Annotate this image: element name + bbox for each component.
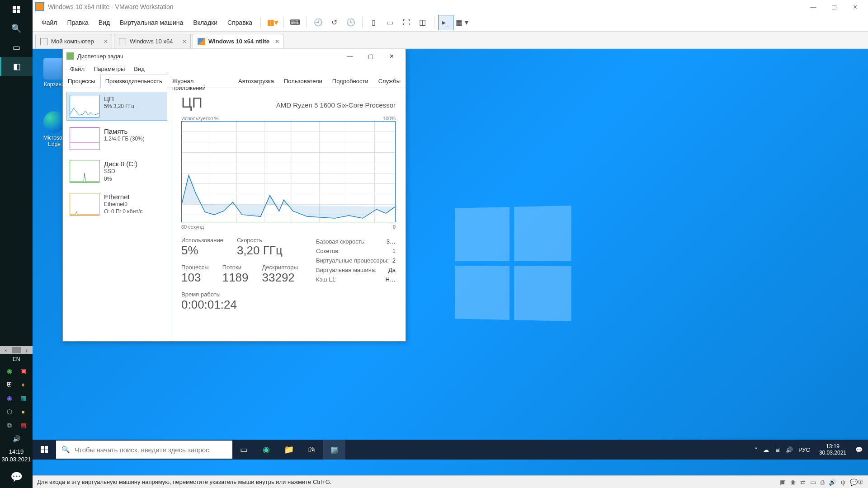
tm-side-memory[interactable]: Память1,2/4,0 ГБ (30%) bbox=[66, 124, 167, 153]
guest-store-icon[interactable]: 🛍 bbox=[300, 440, 323, 460]
toolbar-snapshot-icon[interactable]: 🕘 bbox=[311, 15, 326, 30]
host-clock[interactable]: 14:19 30.03.2021 bbox=[0, 446, 33, 466]
menu-view[interactable]: Вид bbox=[94, 16, 114, 29]
chart-xright: 0 bbox=[393, 224, 396, 230]
guest-language-indicator[interactable]: РУС bbox=[798, 446, 810, 453]
tray-chevron-up-icon[interactable]: ˄ bbox=[755, 446, 758, 453]
tm-menu-file[interactable]: Файл bbox=[66, 65, 88, 73]
tray-volume-icon[interactable]: 🔊 bbox=[786, 446, 793, 453]
host-start-button[interactable] bbox=[0, 0, 33, 19]
toolbar-manage-snapshots-icon[interactable]: 🕑 bbox=[343, 15, 359, 30]
tray-red-icon[interactable]: ▤ bbox=[18, 420, 28, 430]
task-manager-titlebar[interactable]: Диспетчер задач — ▢ ✕ bbox=[63, 49, 406, 63]
tm-tab-details[interactable]: Подробности bbox=[327, 75, 373, 88]
tm-menu-view[interactable]: Вид bbox=[130, 65, 148, 73]
menu-vm[interactable]: Виртуальная машина bbox=[115, 16, 188, 29]
menu-edit[interactable]: Правка bbox=[62, 16, 93, 29]
menu-help[interactable]: Справка bbox=[223, 16, 257, 29]
host-language-indicator[interactable]: EN bbox=[0, 354, 33, 364]
tm-maximize-button[interactable]: ▢ bbox=[360, 49, 381, 63]
tm-tab-services[interactable]: Службы bbox=[373, 75, 406, 88]
tray-volume-icon[interactable]: 🔊 bbox=[11, 434, 21, 444]
guest-taskview-icon[interactable]: ▭ bbox=[232, 440, 255, 460]
tray-monitor-icon[interactable]: ▦ bbox=[18, 393, 28, 403]
guest-clock[interactable]: 13:19 30.03.2021 bbox=[816, 443, 850, 456]
tray-utorrent-icon[interactable]: ◉ bbox=[5, 366, 14, 376]
guest-start-button[interactable] bbox=[33, 440, 56, 460]
ethernet-mini-graph bbox=[70, 193, 99, 216]
host-vmware-task-icon[interactable]: ◧ bbox=[0, 57, 33, 76]
tab-label: Мой компьютер bbox=[51, 38, 94, 45]
tray-shield-icon[interactable]: ⬡ bbox=[5, 407, 14, 417]
host-taskview-icon[interactable]: ▭ bbox=[0, 38, 33, 57]
status-usb-icon[interactable]: ψ bbox=[841, 479, 845, 486]
window-minimize-button[interactable]: — bbox=[803, 0, 824, 14]
window-close-button[interactable]: ✕ bbox=[844, 0, 865, 14]
guest-taskbar: 🔍Чтобы начать поиск, введите здесь запро… bbox=[33, 440, 868, 460]
tray-onedrive-icon[interactable]: ☁ bbox=[763, 446, 769, 453]
tray-viber-icon[interactable]: ◉ bbox=[5, 393, 14, 403]
menu-file[interactable]: Файл bbox=[37, 16, 61, 29]
tm-side-cpu[interactable]: ЦП5% 3,20 ГГц bbox=[66, 92, 167, 121]
guest-edge-icon[interactable]: ◉ bbox=[255, 440, 278, 460]
tm-tab-users[interactable]: Пользователи bbox=[279, 75, 327, 88]
kv-key: Кэш L1: bbox=[316, 276, 337, 283]
tm-close-button[interactable]: ✕ bbox=[381, 49, 402, 63]
tm-tab-performance[interactable]: Производительность bbox=[100, 75, 167, 88]
guest-taskmanager-icon[interactable]: ▦ bbox=[323, 440, 345, 460]
menu-tabs[interactable]: Вкладки bbox=[189, 16, 222, 29]
toolbar-revert-icon[interactable]: ↺ bbox=[327, 15, 342, 30]
guest-search-box[interactable]: 🔍Чтобы начать поиск, введите здесь запро… bbox=[56, 441, 232, 459]
vmware-tab-win10ntlite[interactable]: Windows 10 x64 ntlite✕ bbox=[193, 34, 283, 48]
guest-explorer-icon[interactable]: 📁 bbox=[278, 440, 300, 460]
tm-menu-options[interactable]: Параметры bbox=[90, 65, 128, 73]
vmware-tab-win10[interactable]: Windows 10 x64✕ bbox=[114, 34, 191, 48]
host-search-icon[interactable]: 🔍 bbox=[0, 19, 33, 38]
host-taskbar-scroll[interactable]: ‹› bbox=[0, 346, 33, 354]
tray-app-icon[interactable]: ▣ bbox=[18, 366, 28, 376]
tm-side-ethernet[interactable]: EthernetEthernet0О: 0 П: 0 кбит/с bbox=[66, 190, 167, 219]
tm-side-disk[interactable]: Диск 0 (C:)SSD0% bbox=[66, 157, 167, 186]
guest-notifications-icon[interactable]: 💬 bbox=[855, 446, 863, 453]
toolbar-send-ctrlaltdel-icon[interactable]: ⌨ bbox=[288, 15, 303, 30]
chart-xleft: 60 секунд bbox=[181, 224, 204, 230]
status-message-icon[interactable]: 💬① bbox=[850, 479, 863, 486]
tab-close-icon[interactable]: ✕ bbox=[275, 38, 279, 45]
vmware-tab-mycomputer[interactable]: Мой компьютер✕ bbox=[35, 34, 112, 48]
side-sub: О: 0 П: 0 кбит/с bbox=[104, 208, 142, 216]
tab-close-icon[interactable]: ✕ bbox=[104, 38, 108, 45]
tray-network-icon[interactable]: 🖥 bbox=[774, 446, 780, 453]
vm-guest-display[interactable]: Корзина Microsoft Edge Диспетчер задач —… bbox=[33, 49, 868, 475]
status-cd-icon[interactable]: ◉ bbox=[790, 479, 796, 486]
host-notifications-icon[interactable]: 💬 bbox=[0, 466, 33, 488]
status-sound-icon[interactable]: 🔊 bbox=[829, 479, 836, 486]
window-maximize-button[interactable]: ▢ bbox=[824, 0, 844, 14]
status-printer-icon[interactable]: ⎙ bbox=[821, 479, 824, 486]
tray-coin-icon[interactable]: ● bbox=[18, 407, 28, 417]
status-display-icon[interactable]: ▭ bbox=[810, 479, 816, 486]
toolbar-unity-icon[interactable]: ◫ bbox=[415, 15, 430, 30]
tray-copy-icon[interactable]: ⧉ bbox=[5, 420, 14, 430]
tab-home-icon bbox=[40, 38, 47, 45]
tray-defender-icon[interactable]: ⛨ bbox=[5, 380, 14, 389]
status-net-icon[interactable]: ⇄ bbox=[800, 479, 806, 486]
vmware-title-text: Windows 10 x64 ntlite - VMware Workstati… bbox=[48, 3, 174, 10]
tm-tab-processes[interactable]: Процессы bbox=[63, 75, 100, 88]
toolbar-layout2-icon[interactable]: ▭ bbox=[382, 15, 398, 30]
tm-minimize-button[interactable]: — bbox=[340, 49, 360, 63]
toolbar-fullscreen-icon[interactable]: ⛶ bbox=[399, 15, 414, 30]
toolbar-stretch-icon[interactable]: ▦ ▾ bbox=[454, 15, 470, 30]
tm-tab-startup[interactable]: Автозагрузка bbox=[233, 75, 279, 88]
toolbar-console-icon[interactable]: ▸_ bbox=[438, 15, 453, 30]
status-hdd-icon[interactable]: ▣ bbox=[780, 479, 786, 486]
tm-tab-apphistory[interactable]: Журнал приложений bbox=[167, 75, 233, 88]
tm-main-panel: ЦП AMD Ryzen 5 1600 Six-Core Processor И… bbox=[171, 88, 406, 341]
tm-processor-name: AMD Ryzen 5 1600 Six-Core Processor bbox=[276, 101, 396, 109]
kv-key: Виртуальная машина: bbox=[316, 267, 377, 273]
host-date: 30.03.2021 bbox=[0, 456, 33, 464]
toolbar-pause-button[interactable]: ▮▮ ▾ bbox=[264, 15, 280, 30]
toolbar-layout1-icon[interactable]: ▯ bbox=[366, 15, 382, 30]
tab-close-icon[interactable]: ✕ bbox=[182, 38, 187, 45]
vmware-titlebar[interactable]: Windows 10 x64 ntlite - VMware Workstati… bbox=[33, 0, 868, 14]
tray-flame-icon[interactable]: ♦ bbox=[18, 380, 28, 389]
